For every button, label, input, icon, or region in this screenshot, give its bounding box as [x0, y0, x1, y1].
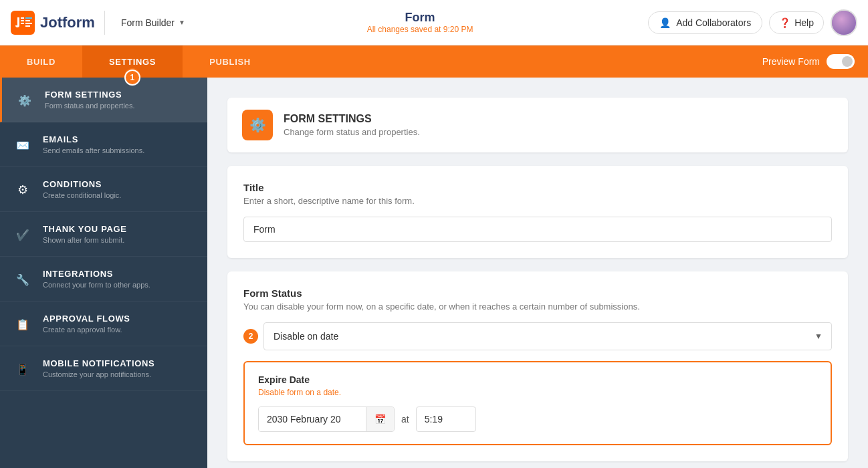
sidebar-item-mobile-notifications[interactable]: 📱 MOBILE NOTIFICATIONS Customize your ap…: [0, 346, 207, 391]
expire-date-title: Expire Date: [258, 374, 817, 385]
sidebar-form-settings-title: FORM SETTINGS: [45, 90, 135, 100]
avatar[interactable]: [831, 9, 857, 36]
email-icon: ✉️: [13, 136, 32, 154]
expire-date-input[interactable]: [259, 407, 366, 431]
gear-icon: ⚙️: [15, 91, 34, 110]
logo-area: Jotform: [11, 11, 95, 35]
date-input-wrap: 📅: [258, 406, 395, 432]
tab-settings-label: SETTINGS: [109, 57, 156, 67]
sidebar-emails-title: EMAILS: [43, 134, 144, 144]
svg-rect-2: [21, 17, 24, 19]
title-desc: Enter a short, descriptive name for this…: [243, 196, 832, 206]
at-label: at: [401, 414, 409, 425]
expire-date-sub: Disable form on a date.: [258, 388, 817, 397]
jotform-logo-icon: [11, 11, 35, 35]
preview-form-area: Preview Form: [762, 54, 868, 69]
sidebar-item-form-settings[interactable]: ⚙️ FORM SETTINGS Form status and propert…: [0, 78, 207, 122]
sidebar-item-integrations[interactable]: 🔧 INTEGRATIONS Connect your form to othe…: [0, 257, 207, 302]
approval-icon: 📋: [13, 315, 32, 334]
sidebar-approval-sub: Create an approval flow.: [43, 326, 130, 334]
status-select-row: 2 Enabled Disabled Disable on date Disab…: [243, 322, 832, 350]
header-right: 👤 Add Collaborators ❓ Help: [648, 9, 857, 36]
settings-header-text: FORM SETTINGS Change form status and pro…: [284, 113, 420, 137]
add-collaborators-button[interactable]: 👤 Add Collaborators: [648, 11, 762, 34]
nav-tabs: BUILD SETTINGS 1 PUBLISH Preview Form: [0, 45, 868, 78]
chevron-down-icon: ▼: [179, 19, 185, 26]
content-area: ⚙️ FORM SETTINGS Change form status and …: [207, 78, 868, 468]
form-builder-button[interactable]: Form Builder ▼: [114, 13, 192, 32]
sidebar-thank-you-sub: Shown after form submit.: [43, 236, 127, 244]
mobile-icon: 📱: [13, 360, 32, 378]
conditions-icon: ⚙: [13, 181, 32, 199]
header-divider: [104, 11, 105, 35]
sidebar-emails-sub: Send emails after submissions.: [43, 146, 144, 154]
expire-date-box: Expire Date Disable form on a date. 📅 at: [243, 361, 832, 445]
help-icon: ❓: [779, 17, 790, 28]
integrations-icon: 🔧: [13, 270, 32, 289]
tab-publish-label: PUBLISH: [209, 57, 251, 67]
title-section: Title Enter a short, descriptive name fo…: [227, 166, 848, 258]
preview-toggle[interactable]: [827, 54, 855, 69]
sidebar-form-settings-sub: Form status and properties.: [45, 102, 135, 110]
help-button[interactable]: ❓ Help: [769, 11, 824, 34]
calendar-icon: 📅: [374, 414, 386, 425]
status-label: Form Status: [243, 287, 832, 299]
sidebar-item-conditions[interactable]: ⚙ CONDITIONS Create conditional logic.: [0, 167, 207, 212]
avatar-image: [832, 11, 856, 35]
tab-publish[interactable]: PUBLISH: [183, 45, 278, 78]
tab-build[interactable]: BUILD: [0, 45, 82, 78]
sidebar-item-emails[interactable]: ✉️ EMAILS Send emails after submissions.: [0, 122, 207, 167]
status-desc: You can disable your form now, on a spec…: [243, 302, 832, 312]
expire-inputs: 📅 at: [258, 406, 817, 432]
expire-time-input[interactable]: [416, 406, 476, 432]
person-icon: 👤: [659, 17, 671, 28]
sidebar-thank-you-content: THANK YOU PAGE Shown after form submit.: [43, 224, 127, 244]
sidebar-approval-content: APPROVAL FLOWS Create an approval flow.: [43, 314, 130, 334]
sidebar-item-thank-you[interactable]: ✔️ THANK YOU PAGE Shown after form submi…: [0, 212, 207, 257]
checkmark-icon: ✔️: [13, 225, 32, 244]
calendar-button[interactable]: 📅: [366, 407, 394, 431]
settings-header-card: ⚙️ FORM SETTINGS Change form status and …: [227, 98, 848, 152]
form-builder-label: Form Builder: [121, 17, 175, 28]
main-layout: ⚙️ FORM SETTINGS Form status and propert…: [0, 78, 868, 468]
settings-header-desc: Change form status and properties.: [284, 127, 420, 137]
sidebar-conditions-sub: Create conditional logic.: [43, 191, 121, 199]
tab-build-label: BUILD: [27, 57, 56, 67]
help-label: Help: [794, 17, 814, 28]
sidebar-form-settings-content: FORM SETTINGS Form status and properties…: [45, 90, 135, 110]
form-title-input[interactable]: [243, 217, 832, 242]
settings-header-title: FORM SETTINGS: [284, 113, 420, 125]
status-select-wrapper: Enabled Disabled Disable on date Disable…: [263, 322, 832, 350]
sidebar-approval-title: APPROVAL FLOWS: [43, 314, 130, 324]
sidebar-conditions-title: CONDITIONS: [43, 179, 121, 189]
sidebar-item-approval-flows[interactable]: 📋 APPROVAL FLOWS Create an approval flow…: [0, 302, 207, 346]
sidebar-mobile-title: MOBILE NOTIFICATIONS: [43, 358, 154, 368]
sidebar-mobile-sub: Customize your app notifications.: [43, 370, 154, 378]
sidebar-conditions-content: CONDITIONS Create conditional logic.: [43, 179, 121, 199]
settings-gear-icon: ⚙️: [249, 117, 266, 133]
saved-status: All changes saved at 9:20 PM: [192, 25, 648, 34]
settings-badge: 1: [124, 70, 140, 86]
sidebar-integrations-sub: Connect your form to other apps.: [43, 281, 150, 289]
header-center: Form All changes saved at 9:20 PM: [192, 11, 648, 34]
preview-form-label: Preview Form: [762, 56, 820, 67]
status-select[interactable]: Enabled Disabled Disable on date Disable…: [263, 322, 832, 350]
add-collaborators-label: Add Collaborators: [676, 17, 751, 28]
logo-text: Jotform: [40, 14, 95, 31]
status-badge-2: 2: [243, 329, 258, 344]
sidebar-thank-you-title: THANK YOU PAGE: [43, 224, 127, 234]
header: Jotform Form Builder ▼ Form All changes …: [0, 0, 868, 45]
title-label: Title: [243, 182, 832, 193]
sidebar-emails-content: EMAILS Send emails after submissions.: [43, 134, 144, 154]
form-title: Form: [192, 11, 648, 25]
sidebar-integrations-content: INTEGRATIONS Connect your form to other …: [43, 269, 150, 289]
tab-settings[interactable]: SETTINGS 1: [82, 45, 183, 78]
status-section: Form Status You can disable your form no…: [227, 271, 848, 461]
svg-rect-1: [21, 23, 24, 24]
sidebar: ⚙️ FORM SETTINGS Form status and propert…: [0, 78, 207, 468]
sidebar-integrations-title: INTEGRATIONS: [43, 269, 150, 279]
sidebar-mobile-content: MOBILE NOTIFICATIONS Customize your app …: [43, 358, 154, 378]
settings-icon-box: ⚙️: [242, 110, 273, 140]
